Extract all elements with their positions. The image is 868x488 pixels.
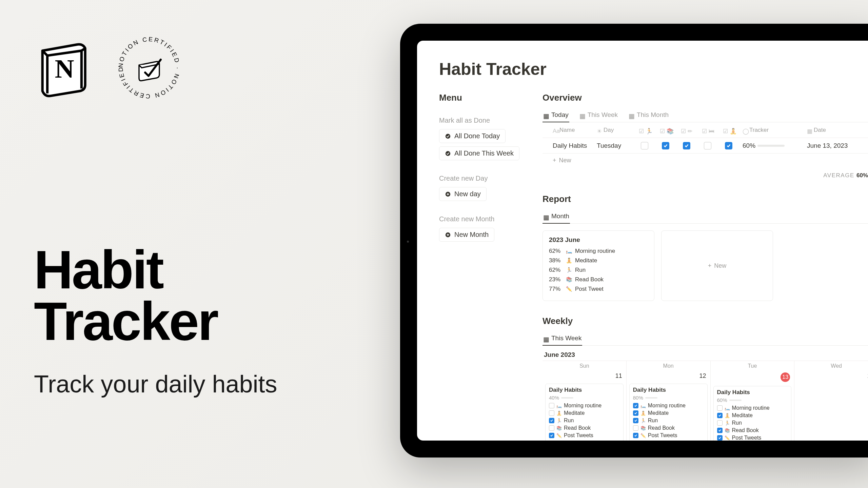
- weekly-habit-line: 🧘Meditate: [549, 410, 620, 416]
- week-date: 13: [711, 371, 794, 383]
- menu-button-label: New Month: [454, 231, 489, 239]
- menu-group-label: Mark all as Done: [439, 117, 527, 124]
- week-dow: Wed: [794, 361, 868, 371]
- habit-emoji-icon: 🧘: [725, 413, 730, 418]
- habit-emoji-icon: ✏️: [725, 435, 730, 441]
- checkbox[interactable]: [633, 433, 638, 438]
- menu-button-1-0[interactable]: New day: [439, 187, 487, 201]
- habit-emoji-icon: 📚: [566, 277, 572, 283]
- checkbox[interactable]: [633, 418, 638, 423]
- tab-weekly-thisweek[interactable]: ▦This Week: [542, 332, 582, 345]
- weekly-habit-line: 📚Read Book: [549, 425, 620, 431]
- habit-emoji-icon: 🧘: [640, 411, 646, 416]
- text-icon: Aa: [553, 128, 557, 133]
- habit-emoji-icon: 📚: [640, 426, 646, 431]
- report-stat: 77%✏️Post Tweet: [549, 286, 648, 292]
- week-column-2: Tue 13 Daily Habits 60% 🛏️Morning routin…: [711, 361, 795, 441]
- menu-button-0-0[interactable]: All Done Today: [439, 129, 506, 143]
- checkbox[interactable]: [662, 142, 669, 149]
- habit-emoji-icon: 🏃: [725, 421, 730, 426]
- week-dow: Mon: [627, 361, 710, 371]
- checkbox[interactable]: [633, 410, 638, 416]
- checkbox[interactable]: [549, 418, 554, 423]
- report-stat: 62%🏃Run: [549, 267, 648, 273]
- habit-emoji-icon: ✏️: [556, 433, 562, 438]
- habit-col-icon-4: 🛏: [709, 128, 713, 133]
- notion-screen: Habit Tracker Menu Mark all as DoneAll D…: [417, 41, 868, 441]
- habit-col-icon-1: 🏃: [646, 128, 650, 133]
- weekly-day-title: Daily Habits: [549, 387, 620, 393]
- habit-emoji-icon: 🏃: [556, 418, 562, 423]
- overview-data-row[interactable]: Daily Habits Tuesday 60% June 13, 2023: [542, 138, 868, 154]
- report-heading: Report: [542, 194, 868, 204]
- weekly-day-title: Daily Habits: [717, 389, 788, 396]
- hero: N NOTION CERTIFIED · NOTION CERTIFIED · …: [34, 34, 339, 398]
- habit-emoji-icon: 📚: [556, 426, 562, 431]
- checkbox-col-icon: ☑: [681, 128, 686, 133]
- checkbox[interactable]: [717, 428, 723, 433]
- weekly-day-title: Daily Habits: [633, 387, 704, 393]
- week-date: 12: [627, 371, 710, 381]
- menu-group-label: Create new Day: [439, 175, 527, 182]
- weekly-day-card[interactable]: Daily Habits 80% 🛏️Morning routine🧘Medit…: [629, 384, 708, 441]
- tab-overview-1[interactable]: ▦This Week: [579, 109, 618, 122]
- weekly-day-card[interactable]: Daily Habits 60% 🛏️Morning routine🧘Medit…: [713, 386, 792, 441]
- add-new-label: New: [559, 157, 571, 164]
- col-day: Day: [604, 127, 614, 134]
- table-icon: ▦: [543, 112, 549, 118]
- calendar-icon: ▦: [807, 128, 812, 133]
- menu-button-0-1[interactable]: All Done This Week: [439, 146, 519, 160]
- weekly-day-pct: 60%: [717, 397, 788, 403]
- weekly-habit-line: 🏃Run: [549, 418, 620, 424]
- habit-emoji-icon: 🏃: [640, 418, 646, 423]
- week-date: 11: [542, 371, 626, 381]
- checkbox[interactable]: [633, 425, 638, 431]
- checkbox[interactable]: [717, 435, 723, 441]
- col-tracker: Tracker: [749, 127, 769, 134]
- col-date: Date: [814, 127, 826, 134]
- report-new-label: New: [714, 262, 726, 269]
- week-date: 14: [794, 371, 868, 381]
- weekly-tabs: ▦This Week: [542, 332, 868, 346]
- tab-overview-2[interactable]: ▦This Month: [628, 109, 669, 122]
- circle-icon: ◯: [743, 128, 747, 133]
- report-section: Report ▦Month 2023 June 62%🛏️Morning rou…: [542, 194, 868, 301]
- checkbox[interactable]: [717, 413, 723, 418]
- checkbox[interactable]: [549, 403, 554, 408]
- weekly-day-card[interactable]: Daily Habits 40% 🛏️Morning routine🧘Medit…: [545, 384, 624, 441]
- checkbox[interactable]: [633, 403, 638, 408]
- checkbox[interactable]: [717, 405, 723, 411]
- report-stat: 23%📚Read Book: [549, 276, 648, 283]
- checkbox[interactable]: [725, 142, 732, 149]
- overview-average: AVERAGE 60%: [542, 167, 868, 179]
- checkbox[interactable]: [683, 142, 690, 149]
- habit-col-icon-3: ✏: [688, 128, 692, 133]
- checkbox-col-icon: ☑: [660, 128, 665, 133]
- tab-report-month[interactable]: ▦Month: [542, 210, 570, 223]
- week-dow: Sun: [542, 361, 626, 371]
- calendar-icon: ▦: [543, 336, 549, 341]
- menu-button-2-0[interactable]: New Month: [439, 228, 494, 242]
- checkbox[interactable]: [704, 142, 711, 149]
- checkbox[interactable]: [549, 433, 554, 438]
- gallery-icon: ▦: [543, 214, 549, 219]
- checkbox[interactable]: [641, 142, 648, 149]
- tablet-camera-dot: [407, 241, 409, 243]
- habit-emoji-icon: 📚: [725, 428, 730, 433]
- report-month-card[interactable]: 2023 June 62%🛏️Morning routine38%🧘Medita…: [542, 230, 654, 301]
- week-dow: Tue: [711, 361, 794, 371]
- weekly-habit-line: 🛏️Morning routine: [549, 403, 620, 409]
- report-add-new-card[interactable]: + New: [661, 230, 773, 301]
- overview-add-new[interactable]: + New: [542, 154, 868, 167]
- plus-icon: +: [708, 262, 712, 269]
- checkbox-col-icon: ☑: [723, 128, 728, 133]
- checkbox[interactable]: [717, 420, 723, 426]
- menu-button-label: New day: [454, 190, 481, 198]
- tab-overview-0[interactable]: ▦Today: [542, 109, 569, 122]
- menu-group-label: Create new Month: [439, 215, 527, 223]
- checkbox[interactable]: [549, 425, 554, 431]
- checkbox[interactable]: [549, 410, 554, 416]
- overview-heading: Overview: [542, 93, 868, 103]
- today-date-pill: 13: [781, 372, 790, 382]
- certified-badge-icon: NOTION CERTIFIED · NOTION CERTIFIED ·: [115, 34, 183, 102]
